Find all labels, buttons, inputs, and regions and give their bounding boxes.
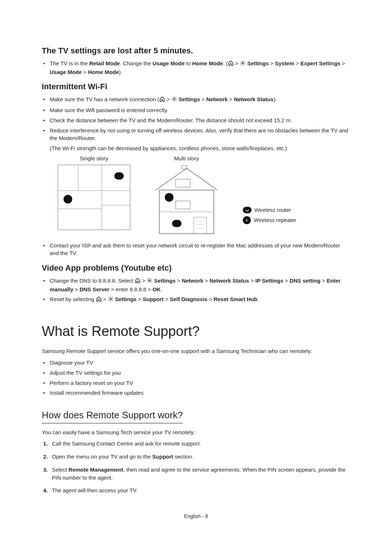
path-segment: Settings [115, 296, 136, 302]
path-segment: OK [152, 286, 161, 292]
path-segment: Settings [247, 60, 269, 66]
path-segment: enter 8.8.8.8 [116, 286, 146, 292]
text: > [283, 278, 290, 284]
gear-icon [147, 278, 152, 286]
floorplan-illustration [58, 165, 130, 230]
bold-text: Support [152, 453, 173, 460]
home-icon [228, 60, 234, 68]
diagram-single-story: Single story [58, 155, 130, 230]
note-text: (The Wi-Fi strength can be decreased by … [50, 144, 350, 152]
text: section. [173, 453, 193, 460]
text: > [340, 60, 345, 66]
text: > [82, 69, 88, 75]
path-segment: Expert Settings [301, 60, 340, 66]
text: ). [119, 69, 122, 75]
path-segment: Network [182, 278, 203, 284]
list-item: Reset by selecting > Settings > Support … [50, 295, 350, 304]
text: . ( [223, 60, 228, 66]
router-icon [243, 207, 252, 213]
router-dot-icon [172, 220, 181, 227]
list-item: Make sure the TV has a network connectio… [50, 95, 350, 104]
list-item: The TV is in the Retail Mode. Change the… [50, 59, 350, 76]
path-segment: Network Status [209, 278, 249, 284]
list-item: Perform a factory reset on your TV [50, 379, 350, 387]
path-segment: Self Diagnosis [170, 296, 207, 302]
text: > [136, 296, 143, 302]
text: > [140, 278, 147, 284]
text: > [176, 278, 182, 284]
path-segment: IP Settings [256, 278, 283, 284]
list-item: Change the DNS to 8.8.8.8. Select > Sett… [50, 277, 350, 293]
text: Open the menu on your TV and go to the [52, 453, 152, 460]
text: > [320, 278, 327, 284]
path-segment: Support [143, 296, 164, 302]
text: > [102, 296, 108, 302]
repeater-dot-icon [64, 195, 72, 204]
text: to [185, 60, 192, 66]
path-segment: DNS setting [290, 278, 320, 284]
svg-point-1 [173, 98, 175, 100]
text: > [110, 286, 116, 292]
path-segment: Settings [179, 96, 200, 102]
svg-rect-12 [246, 211, 248, 212]
path-segment: Network Status [234, 96, 273, 102]
step-item: Open the menu on your TV and go to the S… [52, 453, 350, 461]
svg-point-10 [246, 209, 247, 210]
intro-text: Samsung Remote Support service offers yo… [42, 347, 350, 355]
text: > [294, 60, 301, 66]
diagram-multi-story: Multi story [152, 155, 221, 237]
router-dot-icon [114, 172, 124, 180]
text: > [200, 96, 206, 102]
text: > [164, 296, 170, 302]
text: The TV is in the [50, 60, 89, 66]
list-item: Adjust the TV settings for you [50, 369, 350, 377]
repeater-icon [243, 216, 251, 224]
bold-text: Remote Management [69, 467, 123, 473]
gear-icon [171, 96, 177, 104]
step-item: Select Remote Management, then read and … [52, 466, 350, 482]
text: > [165, 96, 171, 102]
bold-text: Home Mode [192, 60, 223, 66]
step-item: Call the Samsung Contact Centre and ask … [52, 440, 350, 448]
svg-point-14 [149, 280, 150, 281]
list-item: Reduce interference by not using or turn… [50, 127, 350, 237]
heading-remote-support: What is Remote Support? [42, 321, 350, 341]
text: ). [274, 96, 277, 102]
list-item: Install recommended firmware updates [50, 389, 350, 397]
list-item: Diagnose your TV [50, 359, 350, 367]
bold-text: Retail Mode [89, 60, 120, 66]
svg-point-11 [248, 209, 249, 210]
home-icon [159, 96, 165, 104]
svg-point-15 [110, 298, 111, 300]
heading-how-remote-support: How does Remote Support work? [42, 408, 183, 423]
heading-tv-settings-lost: The TV settings are lost after 5 minutes… [42, 45, 350, 57]
text: . Change the [120, 60, 152, 66]
diagram-legend: Wireless router Wireless repeater [243, 206, 297, 226]
text: . [161, 286, 162, 292]
path-segment: Usage Mode [50, 69, 82, 75]
text: > [228, 96, 234, 102]
diagram-label: Single story [58, 155, 130, 163]
text: > [203, 278, 209, 284]
home-icon [96, 296, 102, 304]
text: Change the DNS to 8.8.8.8. Select [50, 278, 135, 284]
intro-text: You can easily have a Samsung Tech servi… [42, 428, 350, 436]
text: Make sure the TV has a network connectio… [50, 96, 159, 102]
text: > [73, 286, 79, 292]
path-segment: Network [206, 96, 228, 102]
list-item: Make sure the Wifi password is entered c… [50, 106, 350, 114]
text: Reset by selecting [50, 296, 96, 302]
home-icon [135, 278, 140, 286]
text: > [207, 296, 213, 302]
step-item: The agent will then access your TV. [52, 486, 350, 494]
svg-rect-5 [176, 201, 190, 209]
house-illustration [152, 165, 221, 237]
text: Select [52, 467, 69, 473]
path-segment: Home Mode [88, 69, 119, 75]
heading-intermittent-wifi: Intermittent Wi-Fi [42, 81, 350, 93]
svg-point-0 [242, 62, 244, 64]
legend-label: Wireless router [254, 206, 291, 214]
path-segment: DNS Server [79, 286, 110, 292]
path-segment: Settings [154, 278, 176, 284]
path-segment: System [275, 60, 294, 66]
